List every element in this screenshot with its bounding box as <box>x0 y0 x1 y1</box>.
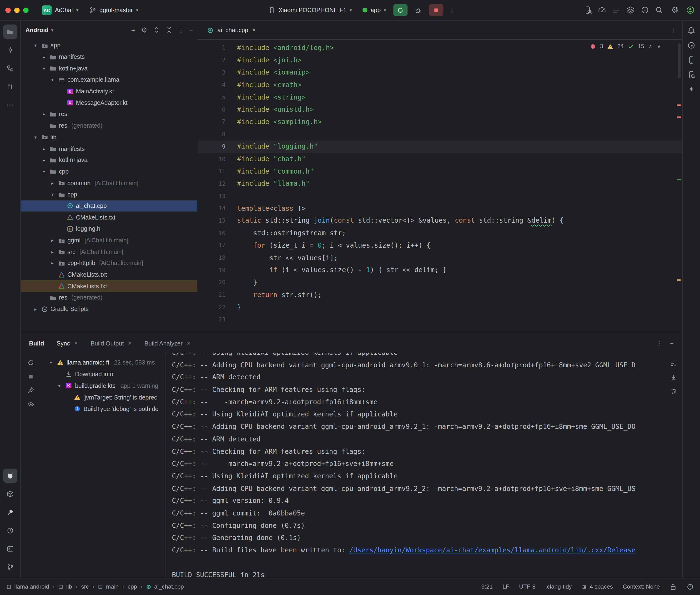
chevron-right-icon[interactable]: ▸ <box>49 238 56 243</box>
breadcrumb-item-lib[interactable]: lib <box>58 583 72 590</box>
add-button[interactable]: + <box>131 26 135 34</box>
commit-tool-button[interactable] <box>3 43 17 57</box>
status-widget-lf[interactable]: LF <box>503 583 509 590</box>
tree-item-gradle-scripts[interactable]: ▸Gradle Scripts <box>21 303 197 315</box>
hide-panel-button[interactable]: − <box>189 27 193 33</box>
project-selector[interactable]: AC AiChat ▾ <box>38 3 82 17</box>
chevron-right-icon[interactable]: ▸ <box>41 112 47 117</box>
chevron-down-icon[interactable]: ▾ <box>32 135 39 140</box>
chevron-right-icon[interactable]: ▸ <box>49 261 56 266</box>
code-line-23[interactable]: 23 <box>198 313 682 326</box>
scroll-to-end-icon[interactable] <box>670 374 677 381</box>
code-line-8[interactable]: 8 <box>198 128 682 140</box>
pull-requests-tool-button[interactable] <box>3 80 17 94</box>
tree-item-kotlin-java[interactable]: ▾kotlin+java <box>21 63 197 74</box>
chevron-right-icon[interactable]: ▸ <box>41 158 47 163</box>
build-options-kebab[interactable]: ⋮ <box>656 340 662 347</box>
code-line-4[interactable]: 4#include <cmath> <box>198 79 682 91</box>
select-opened-file-icon[interactable] <box>141 26 148 34</box>
tree-item-cmakelists-txt[interactable]: CMakeLists.txt <box>21 281 197 292</box>
build-output-link[interactable]: /Users/hanyin/Workspace/ai-chat/examples… <box>349 546 636 554</box>
status-widget-9-21[interactable]: 9:21 <box>481 583 493 590</box>
tree-item-ai-chat-cpp[interactable]: ai_chat.cpp <box>21 200 197 212</box>
tree-item-cpp[interactable]: ▾cpp <box>21 166 197 177</box>
code-line-15[interactable]: 15static std::string join(const std::vec… <box>198 215 682 227</box>
breadcrumb-item-ai-chat-cpp[interactable]: ai_chat.cpp <box>146 583 184 590</box>
chevron-right-icon[interactable]: ▸ <box>41 146 47 151</box>
code-line-7[interactable]: 7#include <sampling.h> <box>198 116 682 128</box>
device-manager-icon[interactable] <box>687 56 696 64</box>
tree-item-mainactivity-kt[interactable]: KMainActivity.kt <box>21 85 197 97</box>
chevron-right-icon[interactable]: ▸ <box>49 180 56 186</box>
lock-icon[interactable] <box>670 583 677 590</box>
code-line-20[interactable]: 20 } <box>198 276 682 289</box>
search-everywhere-icon[interactable] <box>655 6 664 14</box>
build-tree-item[interactable]: BuildType 'debug' is both de <box>41 403 166 415</box>
status-widget-utf-8[interactable]: UTF-8 <box>519 583 535 590</box>
zoom-window-button[interactable] <box>23 7 28 12</box>
build-tree-item[interactable]: 'jvmTarget: String' is deprec <box>41 391 166 403</box>
close-tab-icon[interactable]: ✕ <box>128 340 132 346</box>
close-tab-icon[interactable]: ✕ <box>187 340 191 346</box>
terminal-tool-button[interactable] <box>3 542 17 556</box>
close-tab-icon[interactable]: ✕ <box>74 340 78 346</box>
breadcrumb-item-llama-android[interactable]: llama.android <box>6 583 49 590</box>
run-configuration-selector[interactable]: app ▾ <box>359 5 390 15</box>
code-editor[interactable]: 1#include <android/log.h>2#include <jni.… <box>198 40 682 333</box>
tree-item-cmakelists-txt[interactable]: CMakeLists.txt <box>21 269 197 281</box>
resync-icon[interactable] <box>27 359 34 366</box>
branch-selector[interactable]: ggml-master ▾ <box>85 5 142 16</box>
clear-console-icon[interactable] <box>670 388 677 395</box>
info-circle-icon[interactable] <box>687 583 694 590</box>
tree-item-lib[interactable]: ▾lib <box>21 132 197 143</box>
expand-all-icon[interactable] <box>153 26 160 34</box>
breadcrumb-item-main[interactable]: main <box>98 583 119 590</box>
chevron-down-icon[interactable]: ▾ <box>48 360 54 365</box>
tree-item-app[interactable]: ▾app <box>21 40 197 51</box>
error-stripe-mark[interactable] <box>677 105 681 106</box>
project-view-selector[interactable]: Android <box>26 27 49 33</box>
collapse-all-icon[interactable] <box>166 26 173 34</box>
code-line-16[interactable]: 16 std::ostringstream str; <box>198 227 682 239</box>
more-tool-windows-button[interactable]: ⋯ <box>3 97 17 112</box>
code-line-13[interactable]: 13 <box>198 190 682 202</box>
build-tab-build-analyzer[interactable]: Build Analyzer✕ <box>144 340 191 346</box>
inspections-widget[interactable]: 3 24 15 ∧ ∨ <box>590 43 661 50</box>
code-line-2[interactable]: 2#include <jni.h> <box>198 54 682 66</box>
build-console[interactable]: C/C++: -- Using KleidiAI optimized kerne… <box>166 353 666 578</box>
device-explorer-tool-button[interactable] <box>3 487 17 501</box>
tree-item-kotlin-java[interactable]: ▸kotlin+java <box>21 154 197 166</box>
tree-item-res[interactable]: res(generated) <box>21 120 197 132</box>
build-tool-button[interactable] <box>3 505 17 519</box>
tree-item-manifests[interactable]: ▸manifests <box>21 51 197 63</box>
breadcrumb-item-src[interactable]: src <box>81 583 89 590</box>
editor-tab-ai-chat-cpp[interactable]: ai_chat.cpp ✕ <box>201 21 261 39</box>
chevron-down-icon[interactable]: ▾ <box>41 66 47 71</box>
build-tree-item[interactable]: ▾Kbuild.gradle.ktsapp 1 warning <box>41 380 166 391</box>
breadcrumb-item-cpp[interactable]: cpp <box>128 583 137 590</box>
run-more-options-button[interactable]: ⋮ <box>447 6 457 14</box>
next-problem-button[interactable]: ∨ <box>657 44 661 49</box>
status-widget--clang-tidy[interactable]: .clang-tidy <box>545 583 572 590</box>
pin-icon[interactable] <box>27 387 34 394</box>
stop-button[interactable] <box>429 4 443 16</box>
editor-options-kebab[interactable]: ⋮ <box>668 26 678 34</box>
filter-icon[interactable] <box>27 401 34 408</box>
assistant-icon[interactable] <box>687 85 696 94</box>
code-line-11[interactable]: 11#include "common.h" <box>198 165 682 177</box>
stop-sync-icon[interactable] <box>27 373 34 380</box>
change-stripe-mark[interactable] <box>677 179 681 180</box>
code-line-10[interactable]: 10#include "chat.h" <box>198 152 682 165</box>
code-line-5[interactable]: 5#include <string> <box>198 91 682 103</box>
panel-options-kebab[interactable]: ⋮ <box>178 26 184 34</box>
hide-build-panel-button[interactable]: − <box>670 340 674 346</box>
tree-item-cpp[interactable]: ▾cpp <box>21 189 197 200</box>
problems-tool-button[interactable] <box>3 523 17 538</box>
status-widget-context-none[interactable]: Context: None <box>623 583 660 590</box>
project-tool-button[interactable] <box>3 25 17 39</box>
previous-problem-button[interactable]: ∧ <box>648 44 653 49</box>
todo-list-icon[interactable] <box>612 6 621 14</box>
close-window-button[interactable] <box>5 7 10 12</box>
user-avatar-icon[interactable] <box>686 6 695 14</box>
tree-item-src[interactable]: ▸src[AiChat.lib.main] <box>21 246 197 257</box>
